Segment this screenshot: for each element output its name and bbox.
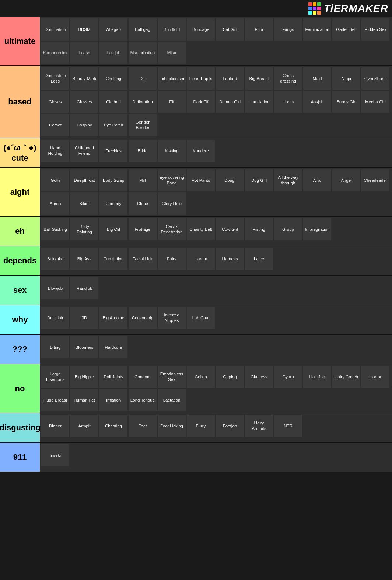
list-item[interactable]: Ahegao <box>99 18 127 41</box>
list-item[interactable]: Body Painting <box>70 218 98 240</box>
list-item[interactable]: Giantess <box>245 366 273 388</box>
list-item[interactable]: Body Swap <box>99 169 127 191</box>
list-item[interactable]: Comedy <box>99 192 127 215</box>
list-item[interactable]: Feet <box>129 415 157 437</box>
list-item[interactable]: Condom <box>129 366 157 388</box>
list-item[interactable]: Cow Girl <box>216 218 244 240</box>
list-item[interactable]: Cross dressing <box>274 67 302 90</box>
list-item[interactable]: Dark Elf <box>187 91 215 113</box>
list-item[interactable]: 3D <box>70 307 98 329</box>
list-item[interactable]: Corset <box>41 114 69 136</box>
list-item[interactable]: Dilf <box>129 67 157 90</box>
list-item[interactable]: Armpit <box>70 415 98 437</box>
list-item[interactable]: Hardcore <box>99 336 127 358</box>
list-item[interactable]: Gloves <box>41 91 69 113</box>
list-item[interactable]: Eye-covering Bang <box>158 169 186 191</box>
list-item[interactable]: Mecha Girl <box>361 91 389 113</box>
list-item[interactable]: Cosplay <box>70 114 98 136</box>
list-item[interactable]: Long Tongue <box>129 389 157 411</box>
list-item[interactable]: Hair Job <box>303 366 331 388</box>
list-item[interactable]: Domination Loss <box>41 67 69 90</box>
list-item[interactable]: Horns <box>274 91 302 113</box>
list-item[interactable]: Humiliation <box>245 91 273 113</box>
list-item[interactable]: Blowjob <box>41 277 69 299</box>
list-item[interactable]: Harness <box>216 248 244 270</box>
list-item[interactable]: Huge Breast <box>41 389 69 411</box>
list-item[interactable]: Glory Hole <box>158 192 186 215</box>
list-item[interactable]: Childhood Friend <box>70 140 98 162</box>
list-item[interactable]: Impregnation <box>303 218 331 240</box>
list-item[interactable]: Big Ass <box>70 248 98 270</box>
list-item[interactable]: Bride <box>129 140 157 162</box>
list-item[interactable]: Defloration <box>129 91 157 113</box>
list-item[interactable]: Anal <box>303 169 331 191</box>
list-item[interactable]: Feminization <box>303 18 331 41</box>
list-item[interactable]: Bunny Girl <box>332 91 360 113</box>
list-item[interactable]: Cervix Penetration <box>158 218 186 240</box>
list-item[interactable]: Gaping <box>216 366 244 388</box>
list-item[interactable]: Biting <box>41 336 69 358</box>
list-item[interactable]: Hot Pants <box>187 169 215 191</box>
list-item[interactable]: Latex <box>245 248 273 270</box>
list-item[interactable]: Eye Patch <box>99 114 127 136</box>
list-item[interactable]: Kissing <box>158 140 186 162</box>
list-item[interactable]: Gym Shorts <box>361 67 389 90</box>
list-item[interactable]: Clothed <box>99 91 127 113</box>
list-item[interactable]: Big Nipple <box>70 366 98 388</box>
list-item[interactable]: Domination <box>41 18 69 41</box>
list-item[interactable]: Goblin <box>187 366 215 388</box>
list-item[interactable]: Big Areolae <box>99 307 127 329</box>
list-item[interactable]: Human Pet <box>70 389 98 411</box>
list-item[interactable]: Emotionless Sex <box>158 366 186 388</box>
list-item[interactable]: Hairy Armpits <box>245 415 273 437</box>
list-item[interactable]: Demon Girl <box>216 91 244 113</box>
list-item[interactable]: Gyaru <box>274 366 302 388</box>
list-item[interactable]: Cheerleader <box>361 169 389 191</box>
list-item[interactable]: Leotard <box>216 67 244 90</box>
list-item[interactable]: Big Breast <box>245 67 273 90</box>
list-item[interactable]: Bloomers <box>70 336 98 358</box>
list-item[interactable]: Big Clit <box>99 218 127 240</box>
list-item[interactable]: Horror <box>361 366 389 388</box>
list-item[interactable]: Large Insertions <box>41 366 69 388</box>
list-item[interactable]: Gender Bender <box>129 114 157 136</box>
list-item[interactable]: Kuudere <box>187 140 215 162</box>
list-item[interactable]: Hand Holding <box>41 140 69 162</box>
list-item[interactable]: Diaper <box>41 415 69 437</box>
list-item[interactable]: Fairy <box>158 248 186 270</box>
list-item[interactable]: Furry <box>187 415 215 437</box>
list-item[interactable]: Frottage <box>129 218 157 240</box>
list-item[interactable]: Clone <box>129 192 157 215</box>
list-item[interactable]: Lab Coat <box>187 307 215 329</box>
list-item[interactable]: Ball Sucking <box>41 218 69 240</box>
list-item[interactable]: Goth <box>41 169 69 191</box>
list-item[interactable]: Deepthroat <box>70 169 98 191</box>
list-item[interactable]: Garter Belt <box>332 18 360 41</box>
list-item[interactable]: Cheating <box>99 415 127 437</box>
list-item[interactable]: Chasity Belt <box>187 218 215 240</box>
list-item[interactable]: Inseki <box>41 444 69 466</box>
list-item[interactable]: Dog Girl <box>245 169 273 191</box>
list-item[interactable]: Futa <box>245 18 273 41</box>
list-item[interactable]: Handjob <box>70 277 98 299</box>
list-item[interactable]: Lactation <box>158 389 186 411</box>
list-item[interactable]: Hidden Sex <box>361 18 389 41</box>
list-item[interactable]: Group <box>274 218 302 240</box>
list-item[interactable]: Bikini <box>70 192 98 215</box>
list-item[interactable]: Facial Hair <box>129 248 157 270</box>
list-item[interactable]: Bukkake <box>41 248 69 270</box>
list-item[interactable]: Cat Girl <box>216 18 244 41</box>
list-item[interactable]: Fisting <box>245 218 273 240</box>
list-item[interactable]: Inflation <box>99 389 127 411</box>
list-item[interactable]: Assjob <box>303 91 331 113</box>
list-item[interactable]: Apron <box>41 192 69 215</box>
list-item[interactable]: Footjob <box>216 415 244 437</box>
list-item[interactable]: Inverted Nipples <box>158 307 186 329</box>
list-item[interactable]: Masturbation <box>129 42 157 64</box>
list-item[interactable]: Harem <box>187 248 215 270</box>
list-item[interactable]: Drill Hair <box>41 307 69 329</box>
list-item[interactable]: BDSM <box>70 18 98 41</box>
list-item[interactable]: Doll Joints <box>99 366 127 388</box>
list-item[interactable]: Kemonomimi <box>41 42 69 64</box>
list-item[interactable]: Leash <box>70 42 98 64</box>
